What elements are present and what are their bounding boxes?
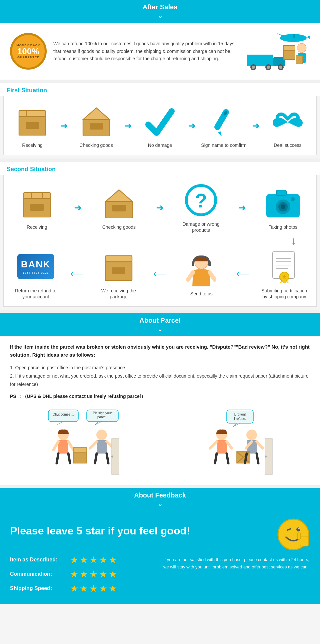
s2-receiving-label: Receiving — [27, 224, 47, 230]
scene1-svg: Oh,it comes ... Pls sign your parcel! — [47, 408, 120, 475]
checking-label: Checking goods — [79, 142, 113, 148]
s2-step-checking: Checking goods — [96, 185, 142, 230]
about-feedback-title: About Feedback — [134, 491, 186, 499]
svg-point-105 — [296, 527, 300, 531]
svg-text:parcel!: parcel! — [97, 415, 107, 419]
rating-label-2: Communication: — [10, 571, 70, 577]
s2-checking-icon — [101, 185, 137, 221]
svg-rect-32 — [30, 204, 44, 211]
svg-text:?: ? — [195, 189, 207, 212]
svg-text:I refuse.: I refuse. — [234, 417, 246, 421]
checking-icon — [78, 103, 115, 140]
s2-cert-icon: ★ — [266, 248, 303, 285]
s2-step-package: We receiving the package — [95, 248, 142, 300]
s2-arrow-left-1: ⟵ — [70, 268, 84, 279]
star-1-1: ★ — [70, 554, 78, 565]
parcel-list-item-1: 1. Open parcel in post office in the pos… — [10, 364, 310, 372]
bank-number: 1234 5678 9123 — [23, 271, 49, 274]
rating-row-3: Shipping Speed: ★ ★ ★ ★ ★ — [10, 583, 157, 594]
svg-point-14 — [297, 43, 306, 53]
s2-bank-icon: BANK 1234 5678 9123 — [17, 248, 54, 285]
shipping-illustration — [243, 30, 310, 73]
first-situation-text: First Situation — [7, 87, 47, 94]
scene-2: Broken! I refuse. — [200, 408, 273, 475]
svg-rect-72 — [73, 452, 87, 463]
svg-rect-21 — [26, 122, 39, 129]
refund-section: MONEY BACK 100% GUARANTEE We can refund … — [0, 23, 320, 80]
svg-marker-23 — [83, 108, 110, 120]
svg-text:Pls sign your: Pls sign your — [93, 411, 112, 415]
svg-text:Oh,it comes ...: Oh,it comes ... — [53, 413, 74, 416]
s2-photo-icon — [265, 185, 301, 221]
parcel-list-item-2: 2. If it's damaged or not what you order… — [10, 372, 310, 389]
svg-line-99 — [245, 454, 247, 463]
down-arrow-container: ↓ — [7, 235, 313, 247]
svg-rect-25 — [213, 108, 230, 131]
second-situation-box: Receiving ➜ Checking goods ➜ ? D — [3, 175, 317, 307]
svg-rect-13 — [283, 46, 295, 50]
arrow-3: ➜ — [188, 120, 196, 131]
star-2-2: ★ — [80, 569, 88, 580]
svg-line-71 — [68, 454, 70, 463]
down-arrow-icon: ↓ — [291, 235, 296, 247]
svg-line-98 — [257, 442, 263, 448]
about-feedback-header: About Feedback ⌄ — [0, 488, 320, 511]
deal-label: Deal success — [274, 142, 301, 148]
star-1-3: ★ — [89, 554, 98, 565]
svg-point-43 — [291, 197, 295, 201]
parcel-intro: If the item inside the parcel was broken… — [10, 343, 310, 359]
star-3-3: ★ — [89, 583, 98, 594]
refund-text: We can refund 100% to our customes if go… — [53, 40, 237, 62]
star-2-4: ★ — [99, 569, 107, 580]
smiley-emoji — [277, 518, 310, 551]
svg-rect-16 — [296, 56, 303, 64]
svg-text:Broken!: Broken! — [234, 413, 246, 416]
star-3-2: ★ — [80, 583, 88, 594]
first-situation-flow: Receiving ➜ Checking goods ➜ No damage — [7, 103, 313, 148]
svg-rect-48 — [192, 261, 194, 266]
svg-point-74 — [96, 430, 107, 440]
svg-rect-49 — [208, 261, 211, 266]
svg-rect-45 — [105, 256, 132, 262]
second-flow-row1: Receiving ➜ Checking goods ➜ ? D — [7, 182, 313, 233]
s2-arrow-3: ➜ — [238, 202, 246, 213]
svg-point-81 — [111, 456, 113, 458]
arrow-1: ➜ — [60, 120, 68, 131]
parcel-chevron-icon: ⌄ — [0, 326, 320, 333]
svg-rect-73 — [73, 448, 87, 452]
second-situation-label: Second Situation — [0, 162, 320, 175]
badge-percent: 100% — [17, 47, 40, 56]
svg-line-70 — [57, 454, 58, 463]
no-damage-icon — [142, 103, 178, 140]
step-deal: Deal success — [264, 103, 311, 148]
svg-rect-107 — [300, 536, 308, 546]
svg-rect-39 — [276, 190, 286, 195]
s2-support-label: Send to us — [190, 291, 213, 297]
sign-icon — [205, 103, 242, 140]
s2-photo-label: Taking photos — [269, 224, 297, 230]
feedback-ratings: Item as Described: ★ ★ ★ ★ ★ Communicati… — [10, 554, 157, 597]
rating-row-1: Item as Described: ★ ★ ★ ★ ★ — [10, 554, 157, 565]
star-2-3: ★ — [89, 569, 98, 580]
star-1-2: ★ — [80, 554, 88, 565]
svg-line-100 — [257, 454, 258, 463]
s2-checking-label: Checking goods — [102, 224, 136, 230]
star-3-5: ★ — [109, 583, 117, 594]
step-sign: Sign name to comfirm — [200, 103, 247, 148]
svg-point-42 — [281, 204, 285, 209]
receiving-icon — [14, 103, 51, 140]
svg-rect-67 — [58, 440, 68, 454]
first-situation-label: First Situation — [0, 83, 320, 96]
parcel-images: Oh,it comes ... Pls sign your parcel! — [10, 405, 310, 478]
money-back-badge: MONEY BACK 100% GUARANTEE — [10, 33, 47, 70]
rating-row-2: Communication: ★ ★ ★ ★ ★ — [10, 569, 157, 580]
s2-step-support: Send to us — [178, 251, 225, 297]
receiving-label: Receiving — [22, 142, 42, 148]
s2-arrow-1: ➜ — [74, 202, 82, 213]
after-sales-header: After Sales ⌄ — [0, 0, 320, 23]
svg-text:★: ★ — [282, 274, 287, 280]
scene-1: Oh,it comes ... Pls sign your parcel! — [47, 408, 120, 475]
svg-point-11 — [279, 66, 282, 69]
s2-cert-label: Submiting certification by shipping comp… — [261, 288, 308, 300]
svg-line-51 — [210, 272, 215, 280]
